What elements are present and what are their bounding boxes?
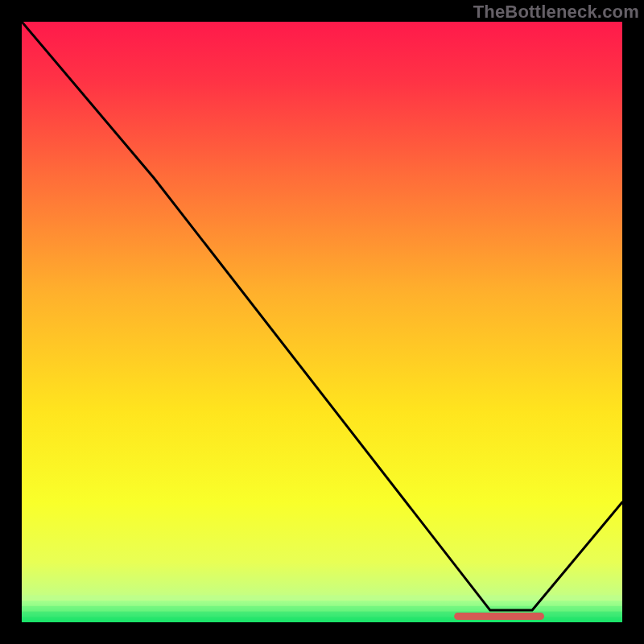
watermark-text: TheBottleneck.com [473, 2, 639, 23]
chart-canvas [22, 22, 622, 622]
svg-rect-1 [22, 601, 622, 606]
chart-background [22, 22, 622, 622]
chart-frame [19, 19, 625, 625]
bottom-marker [454, 613, 544, 620]
svg-rect-0 [22, 595, 622, 601]
